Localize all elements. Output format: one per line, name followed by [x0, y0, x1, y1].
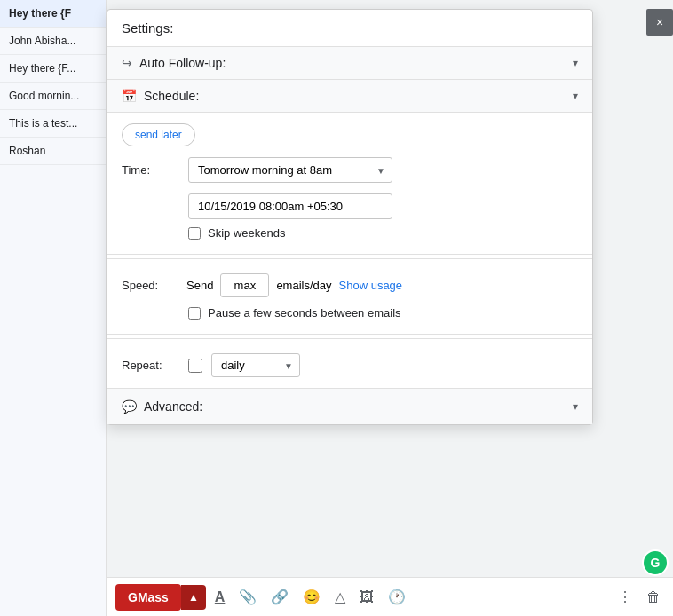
- gmass-chevron-button[interactable]: ▲: [181, 585, 206, 610]
- calendar-icon: 📅: [122, 89, 137, 103]
- time-select[interactable]: Tomorrow morning at 8am Tomorrow afterno…: [188, 157, 392, 183]
- schedule-button[interactable]: 🕐: [383, 583, 411, 611]
- advanced-label: Advanced:: [144, 399, 202, 414]
- advanced-chevron: ▾: [573, 400, 578, 413]
- skip-weekends-label: Skip weekends: [208, 226, 285, 240]
- close-button[interactable]: ×: [646, 9, 673, 36]
- schedule-section-header[interactable]: 📅 Schedule: ▾: [107, 80, 592, 113]
- auto-followup-label: Auto Follow-up:: [139, 56, 226, 70]
- delete-button[interactable]: 🗑: [641, 584, 666, 611]
- attachment-button[interactable]: 📎: [234, 583, 262, 611]
- drive-icon: △: [335, 588, 345, 605]
- settings-title: Settings:: [107, 10, 592, 47]
- settings-panel: Settings: ↪ Auto Follow-up: ▾ 📅 Schedule…: [107, 9, 593, 425]
- advanced-icon: 💬: [122, 399, 137, 414]
- time-label: Time:: [122, 163, 179, 177]
- grammarly-icon: G: [642, 549, 669, 576]
- more-icon: ⋮: [618, 588, 632, 605]
- schedule-chevron: ▾: [573, 90, 578, 102]
- email-item-0[interactable]: Hey there {F: [0, 0, 106, 28]
- image-button[interactable]: 🖼: [354, 584, 379, 611]
- repeat-label: Repeat:: [122, 359, 179, 372]
- pause-checkbox[interactable]: [188, 307, 201, 320]
- repeat-checkbox[interactable]: [188, 359, 202, 373]
- schedule-title: 📅 Schedule:: [122, 89, 199, 103]
- speed-input[interactable]: [220, 273, 269, 297]
- pause-label: Pause a few seconds between emails: [208, 306, 401, 320]
- email-item-3[interactable]: Good mornin...: [0, 83, 106, 110]
- image-icon: 🖼: [360, 589, 374, 605]
- send-later-button[interactable]: send later: [122, 123, 195, 146]
- main-content: Settings: ↪ Auto Follow-up: ▾ 📅 Schedule…: [107, 0, 673, 616]
- more-options-button[interactable]: ⋮: [613, 583, 637, 611]
- emoji-icon: 😊: [303, 588, 321, 605]
- show-usage-link[interactable]: Show usage: [339, 279, 403, 292]
- auto-followup-section[interactable]: ↪ Auto Follow-up: ▾: [107, 47, 592, 80]
- attachment-icon: 📎: [239, 588, 257, 605]
- email-item-5[interactable]: Roshan: [0, 138, 106, 165]
- repeat-row: Repeat: daily weekly monthly: [122, 353, 578, 377]
- repeat-select[interactable]: daily weekly monthly: [211, 353, 300, 377]
- auto-followup-title: ↪ Auto Follow-up:: [122, 56, 226, 70]
- link-button[interactable]: 🔗: [265, 583, 294, 611]
- speed-row: Speed: Send emails/day Show usage: [122, 273, 578, 297]
- skip-weekends-row: Skip weekends: [188, 226, 578, 240]
- gmass-button[interactable]: GMass: [115, 584, 181, 611]
- time-select-wrapper: Tomorrow morning at 8am Tomorrow afterno…: [188, 157, 392, 183]
- delete-icon: 🗑: [646, 589, 661, 605]
- advanced-title: 💬 Advanced:: [122, 399, 202, 414]
- drive-button[interactable]: △: [329, 583, 351, 611]
- speed-label: Speed:: [122, 279, 179, 292]
- repeat-select-wrapper: daily weekly monthly: [211, 353, 300, 377]
- advanced-section-header[interactable]: 💬 Advanced: ▾: [107, 389, 592, 424]
- datetime-input[interactable]: [188, 193, 392, 219]
- email-item-2[interactable]: Hey there {F...: [0, 55, 106, 83]
- text-format-icon: A: [215, 589, 226, 605]
- email-item-1[interactable]: John Abisha...: [0, 28, 106, 55]
- speed-section: Speed: Send emails/day Show usage Pause …: [107, 263, 592, 335]
- gmass-label: GMass: [128, 590, 169, 604]
- send-text: Send: [186, 279, 213, 292]
- link-icon: 🔗: [271, 588, 289, 605]
- text-format-button[interactable]: A: [210, 584, 231, 611]
- emails-per-day-text: emails/day: [276, 279, 331, 292]
- schedule-label: Schedule:: [144, 89, 199, 103]
- bottom-toolbar: GMass ▲ A 📎 🔗 😊 △ 🖼 🕐 ⋮ 🗑: [107, 577, 673, 616]
- schedule-content: send later Time: Tomorrow morning at 8am…: [107, 113, 592, 255]
- pause-row: Pause a few seconds between emails: [188, 306, 578, 320]
- email-item-4[interactable]: This is a test...: [0, 110, 106, 138]
- time-row: Time: Tomorrow morning at 8am Tomorrow a…: [122, 157, 578, 183]
- settings-title-text: Settings:: [122, 20, 173, 36]
- followup-icon: ↪: [122, 56, 132, 70]
- repeat-section: Repeat: daily weekly monthly: [107, 343, 592, 389]
- email-sidebar: Hey there {F John Abisha... Hey there {F…: [0, 0, 107, 616]
- close-icon: ×: [656, 15, 663, 29]
- skip-weekends-checkbox[interactable]: [188, 227, 201, 240]
- auto-followup-chevron: ▾: [573, 57, 578, 69]
- emoji-button[interactable]: 😊: [297, 583, 326, 611]
- schedule-icon: 🕐: [388, 588, 406, 605]
